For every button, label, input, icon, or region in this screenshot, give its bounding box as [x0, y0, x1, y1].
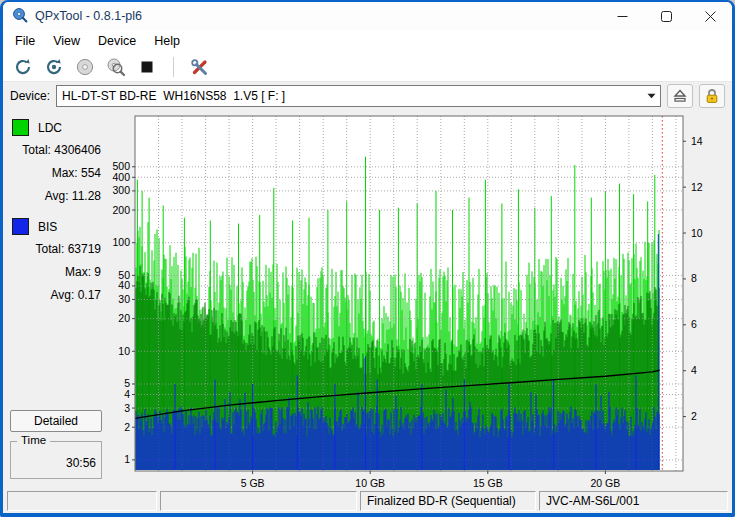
x-tick-label: 15 GB: [473, 477, 503, 489]
eject-button[interactable]: [667, 84, 693, 108]
y-right-tick-label: 12: [691, 181, 703, 193]
y-right-tick-label: 6: [691, 318, 697, 330]
y-left-tick-label: 3: [124, 402, 130, 414]
toolbar-separator: [173, 57, 174, 77]
window-title: QPxTool - 0.8.1-pl6: [35, 9, 142, 23]
y-right-tick-label: 2: [691, 410, 697, 422]
y-left-tick-label: 1: [124, 453, 130, 465]
x-tick-label: 10 GB: [355, 477, 385, 489]
status-panel-2: [160, 491, 357, 511]
y-left-tick-label: 400: [112, 171, 130, 183]
bis-max: Max: 9: [10, 265, 104, 279]
ldc-avg: Avg: 11.28: [10, 189, 104, 203]
stats-panel: LDC Total: 4306406 Max: 554 Avg: 11.28 B…: [3, 110, 107, 489]
status-panel-disc-type: Finalized BD-R (Sequential): [360, 491, 536, 511]
ldc-color-swatch: [12, 119, 29, 136]
preferences-button[interactable]: [187, 54, 213, 80]
statusbar: Finalized BD-R (Sequential) JVC-AM-S6L/0…: [3, 489, 732, 513]
y-left-tick-label: 50: [118, 269, 130, 281]
chevron-down-icon[interactable]: [642, 86, 660, 106]
quality-chart-canvas: 1234510203040501002003004005002468101214…: [107, 110, 732, 489]
titlebar: QPxTool - 0.8.1-pl6: [3, 2, 732, 30]
y-left-tick-label: 20: [118, 312, 130, 324]
y-left-tick-label: 100: [112, 236, 130, 248]
preferences-icon: [189, 56, 211, 78]
qpxtool-window: QPxTool - 0.8.1-pl6 File View Device Hel…: [0, 0, 735, 517]
minimize-button[interactable]: [600, 2, 644, 30]
menu-file[interactable]: File: [6, 31, 44, 51]
device-label: Device:: [10, 89, 50, 103]
close-icon: [705, 11, 716, 22]
menu-help[interactable]: Help: [145, 31, 189, 51]
bis-total: Total: 63719: [10, 242, 104, 256]
bis-avg: Avg: 0.17: [10, 288, 104, 302]
maximize-icon: [661, 11, 672, 22]
device-row: Device: HL-DT-ST BD-RE WH16NS58 1.V5 [ F…: [3, 82, 732, 110]
quality-chart: 1234510203040501002003004005002468101214…: [107, 110, 732, 489]
bis-label: BIS: [38, 220, 57, 234]
menu-device[interactable]: Device: [89, 31, 145, 51]
read-disc-button[interactable]: [72, 54, 98, 80]
x-tick-label: 5 GB: [241, 477, 265, 489]
scan-errc-icon: [43, 56, 65, 78]
y-left-tick-label: 5: [124, 377, 130, 389]
stop-icon: [136, 56, 158, 78]
status-panel-1: [7, 491, 157, 511]
y-left-tick-label: 4: [124, 388, 130, 400]
ldc-max: Max: 554: [10, 166, 104, 180]
y-right-tick-label: 10: [691, 227, 703, 239]
ldc-label: LDC: [38, 121, 62, 135]
y-left-tick-label: 30: [118, 293, 130, 305]
y-left-tick-label: 2: [124, 421, 130, 433]
bis-header: BIS: [12, 218, 104, 235]
y-left-tick-label: 300: [112, 184, 130, 196]
y-right-tick-label: 8: [691, 272, 697, 284]
eject-icon: [671, 87, 689, 105]
x-tick-label: 20 GB: [590, 477, 620, 489]
time-groupbox: Time 30:56: [10, 441, 102, 479]
lock-button[interactable]: [699, 84, 725, 108]
bis-color-swatch: [12, 218, 29, 235]
scan-errc-button[interactable]: [41, 54, 67, 80]
stop-button[interactable]: [134, 54, 160, 80]
read-disc-icon: [74, 56, 96, 78]
y-left-tick-label: 200: [112, 204, 130, 216]
ldc-header: LDC: [12, 119, 104, 136]
ldc-total: Total: 4306406: [10, 143, 104, 157]
check-disc-icon: [105, 56, 127, 78]
app-icon: [12, 7, 28, 26]
y-right-tick-label: 14: [691, 135, 703, 147]
main-area: LDC Total: 4306406 Max: 554 Avg: 11.28 B…: [3, 110, 732, 489]
scan-quality-button[interactable]: [10, 54, 36, 80]
toolbar: [3, 52, 732, 82]
minimize-icon: [617, 11, 628, 22]
y-left-tick-label: 10: [118, 345, 130, 357]
device-combobox[interactable]: HL-DT-ST BD-RE WH16NS58 1.V5 [ F: ]: [56, 85, 661, 107]
detailed-button[interactable]: Detailed: [10, 410, 102, 432]
menu-view[interactable]: View: [44, 31, 89, 51]
time-value: 30:56: [11, 442, 101, 470]
status-panel-media-id: JVC-AM-S6L/001: [539, 491, 728, 511]
check-disc-button[interactable]: [103, 54, 129, 80]
y-left-tick-label: 500: [112, 160, 130, 172]
scan-quality-icon: [12, 56, 34, 78]
device-combobox-value: HL-DT-ST BD-RE WH16NS58 1.V5 [ F: ]: [57, 89, 642, 103]
maximize-button[interactable]: [644, 2, 688, 30]
y-right-tick-label: 4: [691, 364, 697, 376]
y-left-tick-label: 40: [118, 279, 130, 291]
lock-icon: [703, 87, 721, 105]
menubar: File View Device Help: [3, 30, 732, 52]
close-button[interactable]: [688, 2, 732, 30]
time-label: Time: [17, 434, 50, 446]
